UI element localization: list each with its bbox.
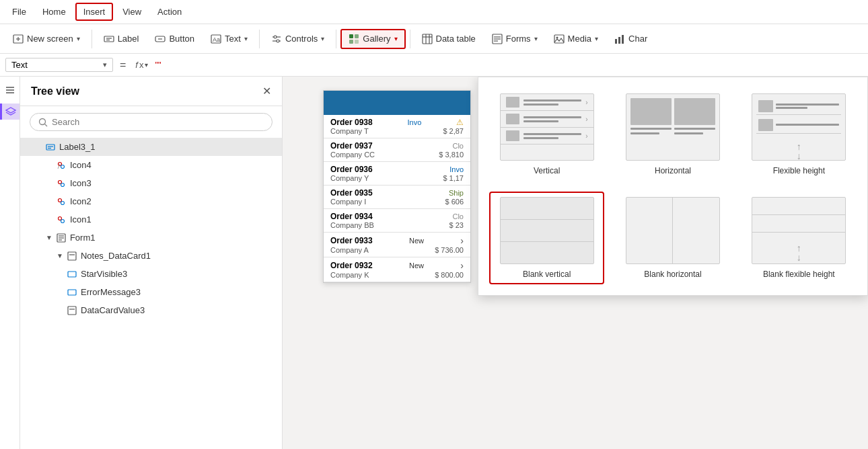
menu-action[interactable]: Action	[151, 4, 188, 19]
toolbar: New screen ▾ Label Button Aa Text ▾	[0, 24, 868, 54]
tree-item-label3-1[interactable]: Label3_1	[20, 138, 282, 156]
canvas-row-5[interactable]: Order 0934 Clo Company BB $ 23	[324, 209, 470, 233]
thumb-line-short	[523, 104, 558, 106]
svg-rect-57	[68, 307, 76, 315]
tree-item-label: Notes_DataCard1	[81, 251, 151, 261]
media-button[interactable]: Media ▾	[546, 30, 606, 48]
tree-item-icon4[interactable]: Icon4	[20, 156, 282, 174]
data-table-icon	[422, 34, 433, 44]
forms-button[interactable]: Forms ▾	[484, 30, 545, 48]
toolbar-separator-4	[410, 30, 410, 48]
sidebar	[0, 77, 20, 449]
menu-home[interactable]: Home	[36, 4, 73, 19]
gallery-item-blank-flexible-height[interactable]: ↑↓ Blank flexible height	[742, 192, 857, 284]
thumb-arrow-icon: ›	[585, 116, 587, 123]
blank-row	[501, 242, 593, 263]
gallery-item-horizontal[interactable]: Horizontal	[615, 88, 730, 181]
tree-item-form1[interactable]: ▼ Form1	[20, 229, 282, 247]
property-selector[interactable]: Text ▾	[5, 58, 113, 72]
gallery-item-blank-horizontal[interactable]: Blank horizontal	[615, 192, 730, 284]
canvas-row-2[interactable]: Order 0937 Clo Company CC $ 3,810	[324, 138, 470, 162]
menu-insert[interactable]: Insert	[75, 3, 114, 21]
menu-file[interactable]: File	[5, 4, 33, 19]
amount: $ 606	[445, 198, 464, 206]
gallery-item-label: Horizontal	[655, 166, 691, 175]
svg-rect-15	[355, 34, 359, 38]
tree-item-errormessage3[interactable]: ErrorMessage3	[20, 283, 282, 301]
order-status: Clo	[452, 212, 464, 220]
svg-point-43	[59, 180, 62, 183]
canvas-row-1[interactable]: Order 0938 Invo ⚠ Company T $ 2,87	[324, 115, 470, 138]
tree-item-icon1[interactable]: Icon1	[20, 210, 282, 229]
blank-flex-arrow-icon: ↑↓	[797, 242, 801, 263]
canvas-row-6[interactable]: Order 0933 New › Company A $ 736.00	[324, 233, 470, 257]
controls-button[interactable]: Controls ▾	[264, 30, 332, 48]
icon-tree-icon	[57, 197, 66, 206]
tree-item-notes-datacard1[interactable]: ▼ Notes_DataCard1	[20, 247, 282, 265]
thumb-line-short	[776, 107, 807, 109]
canvas-row-4[interactable]: Order 0935 Ship Company I $ 606	[324, 186, 470, 209]
order-status: Invo	[407, 118, 421, 126]
gallery-item-vertical[interactable]: › ›	[489, 88, 604, 181]
order-name: Order 0938	[330, 118, 373, 127]
tree-item-starvisible3[interactable]: StarVisible3	[20, 265, 282, 283]
chart-button[interactable]: Char	[607, 30, 655, 48]
gallery-item-blank-vertical[interactable]: Blank vertical	[489, 192, 604, 284]
text-icon: Aa	[211, 34, 221, 44]
gallery-button[interactable]: Gallery ▾	[340, 29, 405, 49]
formula-value: ""	[155, 60, 161, 70]
tree-title: Tree view	[31, 85, 79, 97]
warning-icon: ⚠	[456, 118, 464, 127]
blank-row	[501, 220, 593, 242]
svg-point-11	[274, 36, 277, 38]
tree-close-button[interactable]: ✕	[262, 85, 271, 97]
gallery-thumb-horizontal	[626, 93, 720, 161]
canvas-area: Order 0938 Invo ⚠ Company T $ 2,87 Order…	[283, 77, 868, 449]
gallery-icon	[349, 34, 359, 44]
new-screen-icon	[13, 34, 24, 44]
blank-flex-row	[752, 215, 845, 233]
tree-item-icon3[interactable]: Icon3	[20, 174, 282, 192]
tree-item-icon2[interactable]: Icon2	[20, 192, 282, 210]
label-button[interactable]: Label	[96, 30, 147, 48]
new-screen-chevron-icon: ▾	[77, 35, 80, 42]
text-button[interactable]: Aa Text ▾	[203, 30, 255, 48]
amount: $ 3,810	[439, 151, 464, 159]
svg-rect-26	[554, 35, 564, 43]
gallery-item-flexible-height[interactable]: ↑↓ Flexible height	[742, 88, 857, 181]
order-name: Order 0933	[330, 236, 373, 245]
search-box[interactable]	[30, 113, 273, 131]
icon-tree-icon	[57, 179, 66, 188]
order-status: Clo	[452, 142, 464, 150]
svg-rect-28	[615, 39, 617, 44]
company-name: Company A	[330, 246, 369, 254]
svg-point-45	[59, 198, 62, 202]
search-input[interactable]	[52, 117, 264, 127]
new-screen-button[interactable]: New screen ▾	[5, 30, 87, 48]
chart-icon	[614, 34, 625, 44]
company-name: Company T	[330, 127, 369, 135]
data-table-button[interactable]: Data table	[414, 30, 483, 48]
canvas-row-7[interactable]: Order 0932 New › Company K $ 800.00	[324, 257, 470, 282]
blank-row	[501, 198, 593, 220]
menu-view[interactable]: View	[116, 4, 148, 19]
company-name: Company I	[330, 198, 366, 206]
gallery-item-label: Blank horizontal	[644, 270, 701, 279]
button-button[interactable]: Button	[147, 30, 202, 48]
tree-item-label: Label3_1	[59, 142, 96, 152]
layers-icon[interactable]	[0, 104, 20, 120]
datacard-tree-icon	[67, 251, 77, 261]
amount: $ 1,17	[443, 174, 464, 182]
hamburger-menu-icon[interactable]	[2, 82, 18, 98]
fx-button[interactable]: f x ▾	[133, 60, 151, 70]
svg-rect-53	[68, 252, 76, 260]
order-name: Order 0934	[330, 212, 373, 221]
canvas-row-3[interactable]: Order 0936 Invo Company Y $ 1,17	[324, 162, 470, 186]
company-name: Company BB	[330, 221, 374, 229]
svg-rect-16	[349, 40, 353, 44]
svg-line-36	[45, 124, 48, 126]
toolbar-separator-1	[92, 30, 92, 48]
tree-item-datacardvalue3[interactable]: DataCardValue3	[20, 301, 282, 319]
thumb-line-short	[674, 132, 703, 134]
thumb-image	[674, 98, 715, 125]
